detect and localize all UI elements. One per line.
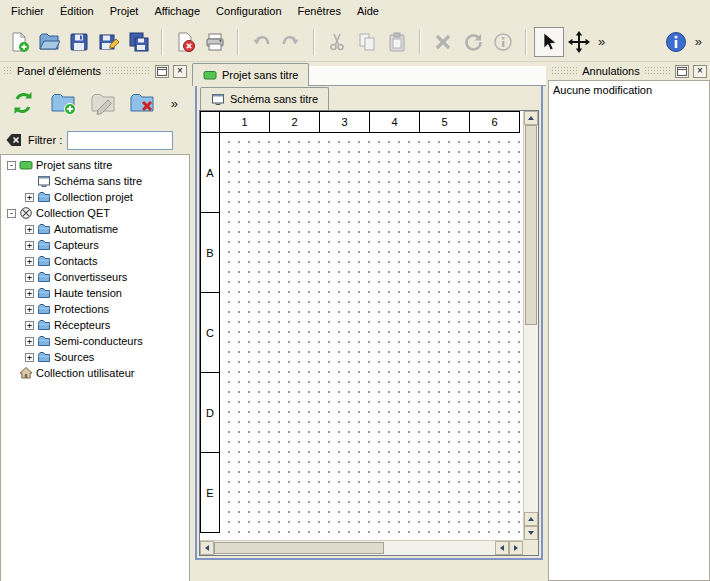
clear-filter-button[interactable] (5, 131, 23, 149)
elements-tree: - Projet sans titre Schéma sans titre + … (0, 154, 190, 581)
expander-icon[interactable]: + (25, 241, 34, 250)
expander-icon[interactable]: + (25, 193, 34, 202)
expander-icon[interactable]: + (25, 321, 34, 330)
tree-item-collection-utilisateur[interactable]: Collection utilisateur (1, 365, 189, 381)
dock-drag-handle[interactable] (644, 66, 671, 76)
vertical-scroll-thumb[interactable] (525, 125, 537, 325)
dock-drag-handle[interactable] (105, 66, 151, 76)
scroll-left-button[interactable] (200, 541, 214, 555)
tree-item-label: Projet sans titre (36, 159, 112, 171)
undo-button[interactable] (246, 27, 276, 57)
panel-toolbar-overflow-button[interactable]: » (167, 96, 182, 111)
copy-icon (356, 31, 378, 53)
info-icon (492, 31, 514, 53)
select-tool-button[interactable] (534, 27, 564, 57)
diagram-grid-area[interactable] (220, 133, 523, 540)
tree-item-collection-qet[interactable]: - Collection QET (1, 205, 189, 221)
tab-schema-sans-titre[interactable]: Schéma sans titre (200, 87, 329, 110)
reload-collections-button[interactable] (8, 86, 39, 120)
save-all-button[interactable] (124, 27, 154, 57)
tree-item-automatisme[interactable]: + Automatisme (1, 221, 189, 237)
row-label: B (200, 213, 220, 293)
folder-icon (37, 190, 51, 204)
menu-edition[interactable]: Édition (52, 0, 102, 22)
vertical-scroll-track[interactable] (524, 325, 538, 512)
expander-icon[interactable]: + (25, 257, 34, 266)
delete-button[interactable] (428, 27, 458, 57)
paste-button[interactable] (382, 27, 412, 57)
horizontal-scrollbar[interactable] (200, 540, 523, 555)
expander-icon[interactable]: + (25, 353, 34, 362)
new-document-icon (8, 31, 30, 53)
tree-item-protections[interactable]: + Protections (1, 301, 189, 317)
scroll-up-button-2[interactable] (524, 512, 538, 526)
close-panel-button[interactable]: × (693, 65, 707, 78)
float-panel-button[interactable] (675, 65, 689, 78)
new-document-button[interactable] (4, 27, 34, 57)
cut-button[interactable] (322, 27, 352, 57)
expander-icon[interactable]: + (25, 273, 34, 282)
tree-item-convertisseurs[interactable]: + Convertisseurs (1, 269, 189, 285)
edit-element-button[interactable] (87, 86, 118, 120)
scroll-left-button-2[interactable] (495, 541, 509, 555)
undo-history-list[interactable]: Aucune modification (548, 80, 710, 581)
tab-projet-sans-titre[interactable]: Projet sans titre (192, 63, 309, 86)
menu-configuration[interactable]: Configuration (208, 0, 289, 22)
tree-item-schema-sans-titre[interactable]: Schéma sans titre (1, 173, 189, 189)
menu-affichage[interactable]: Affichage (146, 0, 208, 22)
redo-button[interactable] (276, 27, 306, 57)
dock-drag-handle[interactable] (551, 66, 578, 76)
toolbar-overflow-button[interactable]: » (594, 34, 609, 49)
delete-element-button[interactable] (127, 86, 158, 120)
save-as-icon (98, 31, 120, 53)
cursor-arrow-icon (538, 31, 560, 53)
rotate-button[interactable] (458, 27, 488, 57)
expander-icon[interactable]: + (25, 337, 34, 346)
expander-icon[interactable]: + (25, 289, 34, 298)
about-qet-button[interactable] (661, 27, 691, 57)
menu-projet[interactable]: Projet (102, 0, 147, 22)
element-info-button[interactable] (488, 27, 518, 57)
elements-panel-titlebar[interactable]: Panel d'éléments × (0, 62, 190, 80)
horizontal-scroll-track[interactable] (384, 541, 495, 555)
toolbar-overflow-button-right[interactable]: » (691, 34, 706, 49)
undo-panel-titlebar[interactable]: Annulations × (548, 62, 710, 80)
tree-item-sources[interactable]: + Sources (1, 349, 189, 365)
close-panel-button[interactable]: × (173, 65, 187, 78)
left-arrow-icon (500, 545, 504, 551)
expander-icon[interactable]: - (7, 209, 16, 218)
tree-item-capteurs[interactable]: + Capteurs (1, 237, 189, 253)
close-file-button[interactable] (170, 27, 200, 57)
copy-button[interactable] (352, 27, 382, 57)
menu-fenetres[interactable]: Fenêtres (290, 0, 349, 22)
diagram-canvas[interactable]: 1 2 3 4 5 6 A B C D E (200, 111, 523, 540)
menu-fichier[interactable]: Fichier (3, 0, 52, 22)
tree-item-haute-tension[interactable]: + Haute tension (1, 285, 189, 301)
print-button[interactable] (200, 27, 230, 57)
tree-item-recepteurs[interactable]: + Récepteurs (1, 317, 189, 333)
expander-icon[interactable]: - (7, 161, 16, 170)
scroll-right-button[interactable] (509, 541, 523, 555)
horizontal-scroll-thumb[interactable] (214, 542, 384, 554)
tree-item-contacts[interactable]: + Contacts (1, 253, 189, 269)
dock-drag-handle[interactable] (3, 66, 13, 76)
open-project-button[interactable] (34, 27, 64, 57)
menu-aide[interactable]: Aide (349, 0, 387, 22)
float-panel-button[interactable] (155, 65, 169, 78)
vertical-scrollbar[interactable] (523, 111, 538, 540)
scroll-down-button[interactable] (524, 526, 538, 540)
expander-icon[interactable]: + (25, 305, 34, 314)
tree-item-projet-sans-titre[interactable]: - Projet sans titre (1, 157, 189, 173)
scroll-up-button[interactable] (524, 111, 538, 125)
pan-tool-button[interactable] (564, 27, 594, 57)
new-element-button[interactable] (48, 86, 79, 120)
save-button[interactable] (64, 27, 94, 57)
filter-input[interactable] (67, 131, 173, 150)
main-toolbar: » » (0, 22, 710, 62)
tree-item-label: Collection utilisateur (36, 367, 134, 379)
save-as-button[interactable] (94, 27, 124, 57)
tree-item-collection-projet[interactable]: + Collection projet (1, 189, 189, 205)
folder-icon (37, 318, 51, 332)
tree-item-semi-conducteurs[interactable]: + Semi-conducteurs (1, 333, 189, 349)
expander-icon[interactable]: + (25, 225, 34, 234)
